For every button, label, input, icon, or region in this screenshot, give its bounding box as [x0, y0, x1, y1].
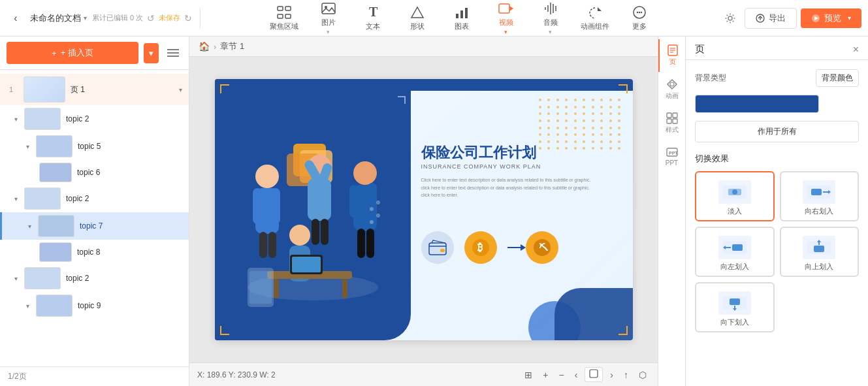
topic-thumb-2: [39, 163, 72, 182]
topic-name-5: topic 8: [77, 248, 182, 257]
undo-icon[interactable]: ↺: [147, 13, 155, 24]
topic-item-1[interactable]: ▾ topic 5: [0, 133, 189, 160]
svg-point-55: [370, 207, 374, 211]
topic-thumb-7: [36, 295, 72, 317]
bg-type-select[interactable]: 背景颜色: [816, 69, 859, 87]
transition-section: 切换效果 淡入: [695, 153, 859, 332]
topic-expand-7[interactable]: ▾: [26, 302, 29, 310]
toolbar-text[interactable]: T 文本: [359, 5, 387, 31]
topic-item-0[interactable]: ▾ topic 2: [0, 105, 189, 133]
toolbar-video[interactable]: 视频 ▾: [492, 1, 521, 35]
topic-item-4[interactable]: ▾ topic 7: [0, 212, 189, 240]
svg-rect-45: [368, 183, 377, 219]
coord-text: X: 189.6 Y: 230.9 W: 2: [197, 370, 276, 379]
slide-header-bar: [215, 79, 633, 91]
toolbar-audio[interactable]: 音频 ▾: [536, 1, 565, 35]
prev-slide-button[interactable]: ‹: [571, 368, 581, 381]
svg-rect-88: [732, 244, 743, 251]
svg-rect-61: [429, 243, 446, 255]
animation-label: 动画组件: [581, 22, 609, 31]
transition-slide-right[interactable]: 向右划入: [780, 171, 860, 221]
svg-rect-67: [590, 370, 598, 378]
home-icon[interactable]: 🏠: [199, 41, 210, 52]
svg-point-18: [728, 16, 732, 20]
slide-expand-icon-1[interactable]: ▾: [179, 86, 182, 93]
svg-rect-75: [673, 113, 677, 118]
share-button[interactable]: ⬡: [635, 368, 650, 381]
transition-fade-in[interactable]: 淡入: [695, 171, 775, 221]
topic-item-5[interactable]: topic 8: [0, 240, 189, 265]
topic-name-0: topic 2: [66, 114, 182, 123]
doc-title-dropdown-icon[interactable]: ▾: [84, 14, 87, 22]
topic-expand-6[interactable]: ▾: [14, 275, 18, 282]
next-slide-button[interactable]: ›: [607, 368, 617, 381]
right-panel: 页 × 背景类型 背景颜色 作用于所有 切换效果: [685, 37, 868, 386]
topic-expand-3[interactable]: ▾: [14, 195, 18, 202]
toolbar-animation[interactable]: 动画组件: [581, 5, 609, 31]
svg-rect-40: [312, 219, 319, 245]
right-panel-content: 背景类型 背景颜色 作用于所有 切换效果: [686, 60, 868, 386]
topic-name-4: topic 7: [80, 221, 182, 231]
insert-page-button[interactable]: + + 插入页: [7, 42, 138, 64]
export-label: 导出: [769, 12, 786, 24]
transition-grid: 淡入 向右划入: [695, 171, 859, 277]
transition-slide-left[interactable]: 向左划入: [695, 227, 775, 277]
slide-icons-row: ₿ ⛏: [421, 231, 624, 264]
toolbar-chart[interactable]: 图表: [447, 5, 476, 31]
zoom-in-button[interactable]: +: [539, 368, 551, 381]
topic-expand-1[interactable]: ▾: [26, 143, 29, 150]
settings-button[interactable]: [720, 8, 741, 29]
tab-ppt[interactable]: PPT PPT: [658, 141, 685, 172]
insert-page-dropdown-button[interactable]: ▾: [144, 43, 159, 63]
slide-title-area: 保险公司工作计划 INSURANCE COMPANY WORK PLAN Cli…: [421, 144, 624, 199]
tab-animation[interactable]: 动画: [658, 73, 685, 106]
topic-name-6: topic 2: [66, 274, 182, 283]
topic-item-3[interactable]: ▾ topic 2: [0, 185, 189, 212]
zoom-out-button[interactable]: −: [555, 368, 567, 381]
svg-marker-72: [667, 80, 677, 89]
svg-marker-12: [509, 6, 513, 11]
canvas-wrapper[interactable]: ‹: [189, 57, 658, 362]
insert-icon: +: [52, 48, 57, 58]
toolbar-focus-area[interactable]: 聚焦区域: [270, 5, 298, 31]
current-page-display[interactable]: [585, 367, 603, 382]
transition-slide-down[interactable]: 向下划入: [695, 282, 775, 332]
tab-style[interactable]: 样式: [658, 107, 685, 140]
canvas-zoom-controls: ⊞ + − ‹ › ↑ ⬡: [521, 367, 650, 382]
toolbar-image[interactable]: 图片 ▾: [314, 1, 343, 35]
up-button[interactable]: ↑: [620, 368, 632, 381]
transition-slide-up[interactable]: 向上划入: [780, 227, 860, 277]
page-count: 1/2页: [8, 371, 27, 382]
bg-color-swatch[interactable]: [695, 95, 819, 113]
toolbar-more[interactable]: 更多: [625, 5, 654, 31]
topic-item-7[interactable]: ▾ topic 9: [0, 292, 189, 319]
breadcrumb-section: 章节 1: [220, 40, 244, 52]
preview-button[interactable]: 预览 ▾: [801, 8, 861, 28]
text-label: 文本: [366, 22, 380, 31]
topic-item-2[interactable]: topic 6: [0, 160, 189, 185]
sidebar-menu-button[interactable]: [164, 44, 182, 62]
slide-canvas[interactable]: 保险公司工作计划 INSURANCE COMPANY WORK PLAN Cli…: [215, 79, 633, 340]
export-button[interactable]: 导出: [745, 8, 797, 29]
focus-area-label: 聚焦区域: [270, 22, 298, 31]
bitcoin-icon-circle: ₿: [464, 231, 497, 264]
apply-all-button[interactable]: 作用于所有: [695, 121, 859, 142]
svg-rect-44: [349, 185, 359, 217]
preview-label: 预览: [824, 12, 841, 24]
tab-page[interactable]: 页: [658, 39, 685, 72]
video-label: 视频: [499, 18, 513, 27]
slide-item-1[interactable]: 1 页 1 ▾: [0, 74, 189, 105]
svg-rect-62: [440, 249, 445, 252]
back-button[interactable]: ‹: [7, 9, 25, 27]
svg-rect-32: [253, 188, 262, 224]
topic-expand-4[interactable]: ▾: [28, 223, 31, 230]
close-panel-button[interactable]: ×: [853, 44, 859, 56]
topic-item-6[interactable]: ▾ topic 2: [0, 265, 189, 292]
svg-rect-52: [342, 279, 347, 298]
svg-point-58: [376, 201, 380, 204]
grid-view-button[interactable]: ⊞: [521, 368, 536, 381]
redo-icon[interactable]: ↻: [184, 13, 192, 24]
toolbar-shape[interactable]: 形状: [403, 5, 432, 31]
svg-rect-60: [249, 271, 272, 304]
topic-expand-0[interactable]: ▾: [14, 116, 18, 123]
